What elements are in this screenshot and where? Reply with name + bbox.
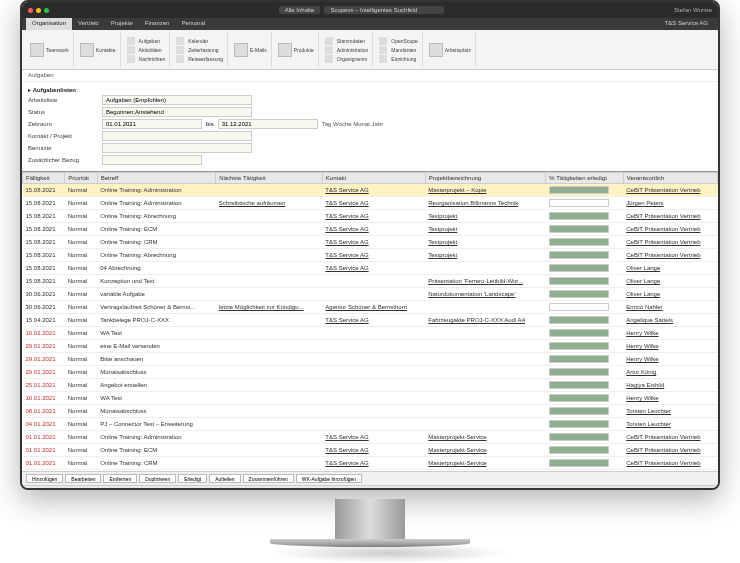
ribbon-mandanten[interactable]: Mandanten — [379, 46, 417, 54]
column-header[interactable]: Kontakt — [322, 173, 425, 184]
table-row[interactable]: 30.06.2021NormalVertragslaufzeit Schöner… — [23, 301, 718, 314]
column-header[interactable]: Projektbezeichnung — [425, 173, 546, 184]
filter-kontakt-field[interactable] — [102, 131, 252, 141]
column-header[interactable]: Fälligkeit — [23, 173, 65, 184]
table-row[interactable]: 10.01.2021NormalWA TestHenry Wilke — [23, 392, 718, 405]
action-button-bar: HinzufügenBearbeitenEntfernenDuplizieren… — [22, 471, 718, 485]
ribbon-einrichtung[interactable]: Einrichtung — [379, 55, 417, 63]
teamwork-icon — [30, 43, 44, 57]
filter-bezug-field[interactable] — [102, 155, 202, 165]
action-button[interactable]: Entfernen — [103, 474, 137, 483]
ribbon-kalender[interactable]: Kalender — [176, 37, 223, 45]
contacts-icon — [80, 43, 94, 57]
menu-projekte[interactable]: Projekte — [105, 18, 139, 30]
workspace-icon — [429, 43, 443, 57]
table-row[interactable]: 30.06.2021Normalvariable AufgabeNaturdok… — [23, 288, 718, 301]
filter-benutzer-field[interactable] — [102, 143, 252, 153]
table-row[interactable]: 15.08.2021NormalOnline Training: Adminis… — [23, 184, 718, 197]
task-table-container: FälligkeitPrioritätBetreffNächste Tätigk… — [22, 171, 718, 471]
ribbon-stammdaten[interactable]: Stammdaten — [325, 37, 369, 45]
menu-organisation[interactable]: Organisation — [26, 18, 72, 30]
task-table: FälligkeitPrioritätBetreffNächste Tätigk… — [22, 172, 718, 471]
ribbon-zeiterfassung[interactable]: Zeiterfassung — [176, 46, 223, 54]
filter-date-to[interactable]: 31.12.2021 — [218, 119, 318, 129]
column-header[interactable]: % Tätigkeiten erledigt — [546, 173, 623, 184]
column-header[interactable]: Nächste Tätigkeit — [216, 173, 322, 184]
table-row[interactable]: 15.08.2021NormalOnline Training: CRMT&S … — [23, 236, 718, 249]
time-tracking-icon — [176, 46, 184, 54]
menu-finanzen[interactable]: Finanzen — [139, 18, 176, 30]
ribbon-administration[interactable]: Administration — [325, 46, 369, 54]
ribbon-openscope[interactable]: OpenScope — [379, 37, 417, 45]
action-button[interactable]: Bearbeiten — [65, 474, 101, 483]
ribbon-aufgaben[interactable]: Aufgaben — [127, 37, 166, 45]
action-button[interactable]: Zusammenführen — [243, 474, 294, 483]
action-button[interactable]: Aufteilen — [209, 474, 240, 483]
bottom-tab-bar: Aufgaben — [22, 485, 718, 490]
ribbon-aktivitaeten[interactable]: Aktivitäten — [127, 46, 166, 54]
table-row[interactable]: 15.08.2021NormalOnline Training: ECMT&S … — [23, 223, 718, 236]
filter-status-field[interactable]: Begonnen;Anstehend — [102, 107, 252, 117]
window-titlebar: Alle Inhalte Scopevs – Intelligentes Suc… — [22, 2, 718, 18]
table-row[interactable]: 15.08.2021NormalOnline Training: Adminis… — [23, 197, 718, 210]
table-row[interactable]: 15.08.2021Normal04 AbrechnungT&S Service… — [23, 262, 718, 275]
table-row[interactable]: 15.08.2021NormalKonzeption und TextPräse… — [23, 275, 718, 288]
table-row[interactable]: 01.01.2021NormalOnline Training: CRMT&S … — [23, 457, 718, 470]
setup-icon — [379, 55, 387, 63]
action-button[interactable]: Erledigt — [178, 474, 207, 483]
filter-label-kontakt: Kontakt / Projekt — [28, 133, 98, 139]
action-button[interactable]: Duplizieren — [139, 474, 176, 483]
table-row[interactable]: 29.01.2021Normaleine E-Mail versendenHen… — [23, 340, 718, 353]
column-header[interactable]: Verantwortlich — [623, 173, 717, 184]
filter-label-arbeitsliste: Arbeitsliste — [28, 97, 98, 103]
minimize-icon[interactable] — [36, 8, 41, 13]
ribbon-reiseerfassung[interactable]: Reiseerfassung — [176, 55, 223, 63]
table-row[interactable]: 29.01.2021NormalMonatsabschlussArtur Kön… — [23, 366, 718, 379]
filter-date-from[interactable]: 01.01.2021 — [102, 119, 202, 129]
table-row[interactable]: 15.08.2021NormalOnline Training: Abrechn… — [23, 210, 718, 223]
travel-icon — [176, 55, 184, 63]
filter-label-zeitraum: Zeitraum — [28, 121, 98, 127]
ribbon-produkte[interactable]: Produkte — [278, 43, 314, 57]
ribbon-nachrichten[interactable]: Nachrichten — [127, 55, 166, 63]
menu-vertrieb[interactable]: Vertrieb — [72, 18, 105, 30]
activities-icon — [127, 46, 135, 54]
menu-personal[interactable]: Personal — [175, 18, 211, 30]
filter-label-status: Status — [28, 109, 98, 115]
filter-label-bezug: Zusätzlicher Bezug — [28, 157, 98, 163]
table-row[interactable]: 08.01.2021NormalMonatsabschlussTorsten L… — [23, 405, 718, 418]
monitor-stand — [270, 499, 470, 563]
bottom-tab-aufgaben[interactable]: Aufgaben — [38, 488, 73, 491]
masterdata-icon — [325, 37, 333, 45]
search-input[interactable]: Scopevs – Intelligentes Suchfeld — [324, 6, 444, 14]
table-row[interactable]: 10.02.2021NormalWA TestHenry Wilke — [23, 327, 718, 340]
table-row[interactable]: 01.01.2021NormalOnline Training: Adminis… — [23, 431, 718, 444]
openscope-icon — [379, 37, 387, 45]
table-row[interactable]: 29.01.2021NormalBitte anschauenHenry Wil… — [23, 353, 718, 366]
table-row[interactable]: 01.01.2021NormalOnline Training: ECMT&S … — [23, 444, 718, 457]
table-row[interactable]: 25.01.2021NormalAngebot erstellenHagiya … — [23, 379, 718, 392]
search-scope-dropdown[interactable]: Alle Inhalte — [279, 6, 321, 14]
current-user-label: Stefan Wurste — [674, 7, 712, 13]
close-icon[interactable] — [28, 8, 33, 13]
calendar-icon — [176, 37, 184, 45]
table-row[interactable]: 15.08.2021NormalOnline Training: Abrechn… — [23, 249, 718, 262]
table-row[interactable]: 15.04.2021NormalTankbelege PROJ-C-XXXT&S… — [23, 314, 718, 327]
ribbon-arbeitsplatz[interactable]: Arbeitsplatz — [429, 43, 471, 57]
column-header[interactable]: Priorität — [65, 173, 97, 184]
ribbon-organigramm[interactable]: Organigramm — [325, 55, 369, 63]
table-row[interactable]: 04.01.2021NormalPJ – Connector Test – Er… — [23, 418, 718, 431]
breadcrumb: Aufgaben — [22, 70, 718, 82]
products-icon — [278, 43, 292, 57]
window-controls — [28, 8, 49, 13]
chart-icon[interactable] — [26, 489, 34, 491]
ribbon-kontakte[interactable]: Kontakte — [80, 43, 116, 57]
ribbon-teamwork[interactable]: Teamwork — [30, 43, 69, 57]
action-button[interactable]: Hinzufügen — [26, 474, 63, 483]
column-header[interactable]: Betreff — [97, 173, 216, 184]
action-button[interactable]: WK-Aufgabe hinzufügen — [296, 474, 362, 483]
email-icon — [234, 43, 248, 57]
filter-date-quicklinks[interactable]: Tag Woche Monat Jahr — [322, 121, 384, 127]
ribbon-emails[interactable]: E-Mails — [234, 43, 267, 57]
filter-arbeitsliste-field[interactable]: Aufgaben (Empfohlen) — [102, 95, 252, 105]
